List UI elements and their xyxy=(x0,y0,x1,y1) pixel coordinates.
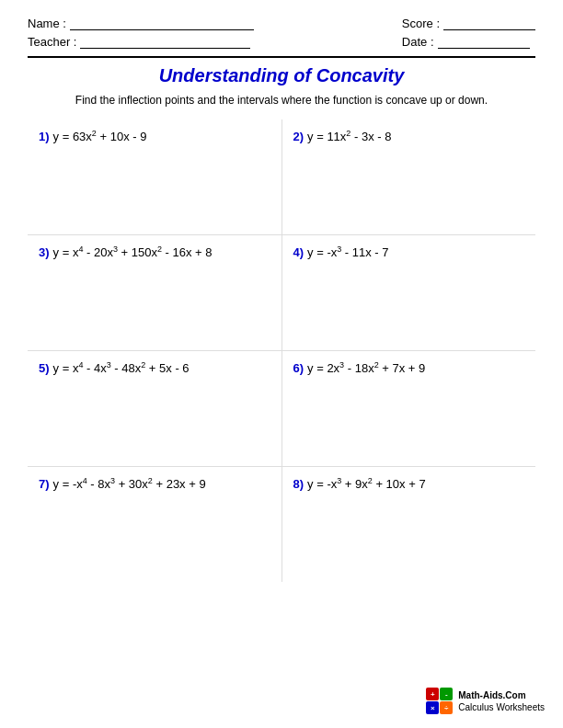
problems-row-4: 7) y = -x4 - 8x3 + 30x2 + 23x + 9 8) y =… xyxy=(28,467,535,582)
page: Name : Teacher : Score : Date : Understa… xyxy=(0,0,563,728)
instructions: Find the inflection points and the inter… xyxy=(28,94,535,107)
problem-1-number: 1) xyxy=(39,130,50,143)
problem-7-equation: y = -x4 - 8x3 + 30x2 + 23x + 9 xyxy=(53,476,206,491)
problems-row-1: 1) y = 63x2 + 10x - 9 2) y = 11x2 - 3x -… xyxy=(28,119,535,235)
problem-6: 6) y = 2x3 - 18x2 + 7x + 9 xyxy=(282,351,536,466)
problem-1: 1) y = 63x2 + 10x - 9 xyxy=(28,119,282,234)
problem-5-content: 5) y = x4 - 4x3 - 48x2 + 5x - 6 xyxy=(39,360,270,375)
logo-cell-plus: + xyxy=(426,688,439,700)
problem-4-content: 4) y = -x3 - 11x - 7 xyxy=(293,245,525,259)
score-label: Score : xyxy=(402,17,440,30)
date-label: Date : xyxy=(402,35,434,49)
problem-4-number: 4) xyxy=(293,245,304,259)
problem-6-equation: y = 2x3 - 18x2 + 7x + 9 xyxy=(307,360,425,375)
score-line xyxy=(443,29,535,30)
problem-6-number: 6) xyxy=(293,361,304,375)
problem-3: 3) y = x4 - 20x3 + 150x2 - 16x + 8 xyxy=(28,235,282,350)
problem-2-equation: y = 11x2 - 3x - 8 xyxy=(307,129,391,143)
problems-container: 1) y = 63x2 + 10x - 9 2) y = 11x2 - 3x -… xyxy=(28,119,535,582)
problem-2-content: 2) y = 11x2 - 3x - 8 xyxy=(293,129,525,143)
name-line xyxy=(70,29,254,30)
right-fields: Score : Date : xyxy=(402,17,535,49)
problem-7-content: 7) y = -x4 - 8x3 + 30x2 + 23x + 9 xyxy=(39,476,270,491)
date-line xyxy=(438,48,530,49)
footer: + - × ÷ Math-Aids.Com Calculus Worksheet… xyxy=(426,688,545,714)
logo-cell-minus: - xyxy=(440,688,453,700)
problem-3-equation: y = x4 - 20x3 + 150x2 - 16x + 8 xyxy=(53,245,213,259)
problem-8-content: 8) y = -x3 + 9x2 + 10x + 7 xyxy=(293,476,525,491)
footer-sub: Calculus Worksheets xyxy=(458,701,545,713)
problem-6-content: 6) y = 2x3 - 18x2 + 7x + 9 xyxy=(293,360,525,375)
teacher-row: Teacher : xyxy=(28,35,254,49)
footer-site: Math-Aids.Com xyxy=(458,689,545,701)
logo-cell-times: × xyxy=(426,701,439,714)
header-section: Name : Teacher : Score : Date : xyxy=(28,17,535,58)
problem-2: 2) y = 11x2 - 3x - 8 xyxy=(282,119,536,234)
title-section: Understanding of Concavity xyxy=(28,65,535,86)
problem-1-equation: y = 63x2 + 10x - 9 xyxy=(53,129,147,143)
problem-1-content: 1) y = 63x2 + 10x - 9 xyxy=(39,129,270,143)
problem-4: 4) y = -x3 - 11x - 7 xyxy=(282,235,536,350)
problem-5-equation: y = x4 - 4x3 - 48x2 + 5x - 6 xyxy=(53,360,190,375)
problem-8-number: 8) xyxy=(293,477,304,491)
problem-2-number: 2) xyxy=(293,130,304,143)
problem-7-number: 7) xyxy=(39,477,50,491)
problem-3-number: 3) xyxy=(39,245,50,259)
logo-cell-divide: ÷ xyxy=(440,701,453,714)
problems-row-3: 5) y = x4 - 4x3 - 48x2 + 5x - 6 6) y = 2… xyxy=(28,351,535,467)
teacher-line xyxy=(80,48,250,49)
left-fields: Name : Teacher : xyxy=(28,17,254,49)
page-title: Understanding of Concavity xyxy=(28,65,535,86)
name-label: Name : xyxy=(28,17,66,30)
teacher-label: Teacher : xyxy=(28,35,76,49)
footer-text: Math-Aids.Com Calculus Worksheets xyxy=(458,689,545,713)
problem-8: 8) y = -x3 + 9x2 + 10x + 7 xyxy=(282,467,536,582)
problem-7: 7) y = -x4 - 8x3 + 30x2 + 23x + 9 xyxy=(28,467,282,582)
date-row: Date : xyxy=(402,35,535,49)
problem-8-equation: y = -x3 + 9x2 + 10x + 7 xyxy=(307,476,426,491)
problem-4-equation: y = -x3 - 11x - 7 xyxy=(307,245,388,259)
problem-5: 5) y = x4 - 4x3 - 48x2 + 5x - 6 xyxy=(28,351,282,466)
problem-3-content: 3) y = x4 - 20x3 + 150x2 - 16x + 8 xyxy=(39,245,270,259)
problem-5-number: 5) xyxy=(39,361,50,375)
score-row: Score : xyxy=(402,17,535,30)
problems-row-2: 3) y = x4 - 20x3 + 150x2 - 16x + 8 4) y … xyxy=(28,235,535,351)
name-row: Name : xyxy=(28,17,254,30)
footer-logo: + - × ÷ xyxy=(426,688,453,714)
